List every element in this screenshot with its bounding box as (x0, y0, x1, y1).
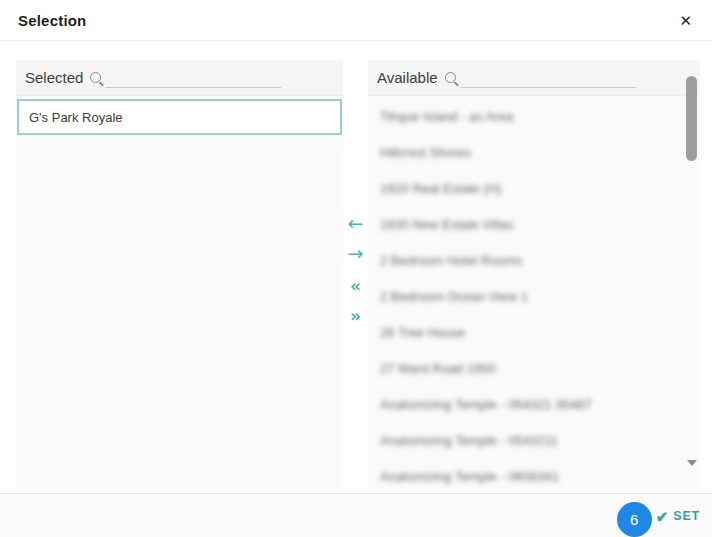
available-list-item[interactable]: 1930 New Estate Villas (368, 206, 700, 242)
available-item-label: Tihque Island - as Area (380, 109, 513, 124)
available-panel-header: Available (368, 60, 700, 96)
available-list-item[interactable]: Anatomizing Temple - 0608341 (368, 458, 700, 488)
available-item-label: 27 Ward Road 1950 (380, 361, 496, 376)
selected-search-input[interactable] (105, 68, 281, 88)
available-list-item[interactable]: Hillcrest Shores (368, 134, 700, 170)
available-list-item[interactable]: 2 Bedroom Hotel Rooms (368, 242, 700, 278)
selection-count-badge: 6 (617, 502, 652, 537)
available-list: Tihque Island - as Area Hillcrest Shores… (368, 96, 700, 488)
arrow-right-icon: → (348, 242, 364, 264)
set-button[interactable]: ✔ SET (656, 509, 700, 524)
available-item-label: Anatomizing Temple - 0543211 (380, 433, 558, 448)
selected-panel-header: Selected (16, 60, 343, 96)
available-item-label: 1920 Real Estate (H) (380, 181, 501, 196)
selected-item-label: G's Park Royale (29, 110, 123, 125)
available-item-label: 2 Bedroom Ocean View 1 (380, 289, 528, 304)
available-list-item[interactable]: Tihque Island - as Area (368, 98, 700, 134)
move-all-right-button[interactable]: » (343, 304, 368, 328)
close-icon: ✕ (679, 12, 692, 29)
dialog-header: Selection ✕ (0, 0, 712, 41)
double-arrow-right-icon: » (350, 306, 361, 326)
selected-panel: Selected G's Park Royale (16, 60, 343, 488)
available-panel: Available Tihque Island - as Area Hillcr… (368, 60, 700, 488)
dialog-footer: 6 ✔ SET (0, 493, 712, 537)
set-button-label: SET (673, 509, 700, 523)
available-list-item[interactable]: 27 Ward Road 1950 (368, 350, 700, 386)
arrow-left-icon: ← (348, 212, 364, 234)
available-item-label: 2 Bedroom Hotel Rooms (380, 253, 522, 268)
available-panel-title: Available (377, 69, 438, 86)
available-item-label: 1930 New Estate Villas (380, 217, 513, 232)
available-list-item[interactable]: Anatomizing Temple - 0543211 (368, 422, 700, 458)
selection-dialog: Selection ✕ Selected G's Park Royale ← → (0, 0, 712, 537)
transfer-controls: ← → « » (343, 60, 368, 488)
dialog-title: Selection (18, 12, 87, 29)
move-all-left-button[interactable]: « (343, 274, 368, 298)
available-list-item[interactable]: 2 Bedroom Ocean View 1 (368, 278, 700, 314)
selected-panel-title: Selected (25, 69, 83, 86)
triangle-down-icon (687, 460, 697, 481)
available-list-item[interactable]: 1920 Real Estate (H) (368, 170, 700, 206)
check-icon: ✔ (656, 509, 669, 524)
available-item-label: 26 Tree House (380, 325, 465, 340)
selected-list-item[interactable]: G's Park Royale (17, 99, 342, 135)
move-right-button[interactable]: → (343, 241, 368, 265)
available-list-scrollbar[interactable] (685, 62, 698, 486)
available-list-item[interactable]: Anatomizing Temple - 054321 35487 (368, 386, 700, 422)
close-button[interactable]: ✕ (675, 9, 696, 32)
scrollbar-thumb[interactable] (686, 76, 697, 161)
search-icon (445, 72, 456, 83)
selected-list: G's Park Royale (16, 96, 343, 488)
available-item-label: Anatomizing Temple - 0608341 (380, 469, 559, 484)
search-icon (90, 72, 101, 83)
available-item-label: Anatomizing Temple - 054321 35487 (380, 397, 592, 412)
available-list-item[interactable]: 26 Tree House (368, 314, 700, 350)
move-left-button[interactable]: ← (343, 211, 368, 235)
scroll-up-button[interactable] (686, 64, 697, 72)
available-search-input[interactable] (460, 68, 636, 88)
badge-count: 6 (630, 511, 638, 528)
double-arrow-left-icon: « (350, 276, 361, 296)
scroll-down-button[interactable] (686, 466, 697, 474)
available-item-label: Hillcrest Shores (380, 145, 471, 160)
